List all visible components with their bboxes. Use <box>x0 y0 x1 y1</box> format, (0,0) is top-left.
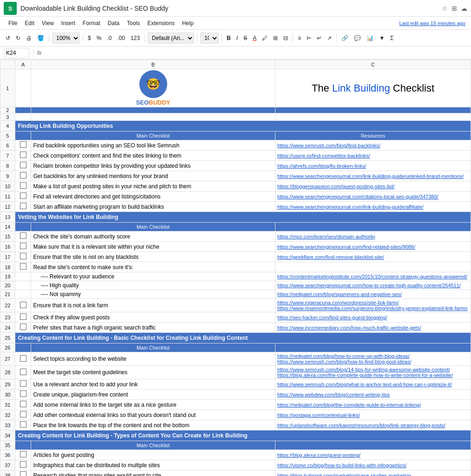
cell-a15[interactable] <box>15 231 31 242</box>
cell-b19[interactable]: ---- Relevant to your audience <box>31 272 275 281</box>
strikethrough-button[interactable]: S <box>242 34 249 42</box>
checkbox-38[interactable] <box>20 471 26 476</box>
cell-a23[interactable] <box>15 312 31 323</box>
cell-b21[interactable]: ---- Not spammy <box>31 290 275 299</box>
cell-c32[interactable]: https://postaga.com/contextual-links/ <box>275 410 471 420</box>
cell-c31[interactable]: https://neilpatel.com/blog/the-complete-… <box>275 400 471 410</box>
checkbox-22[interactable] <box>20 302 26 308</box>
link-28a[interactable]: https://www.semrush.com/blog/14-tips-for… <box>277 367 450 372</box>
currency-button[interactable]: $ <box>86 34 93 42</box>
link-8[interactable]: https://ahrefs.com/blog/fix-broken-links… <box>277 163 366 169</box>
cell-c36[interactable]: https://blog.alexa.com/guest-posting/ <box>275 450 471 460</box>
link-37[interactable]: https://visme.co/blog/how-to-build-links… <box>277 463 406 468</box>
menu-tools[interactable]: Tools <box>124 19 143 27</box>
cell-c30[interactable]: https://www.webdew.com/blog/content-writ… <box>275 390 471 400</box>
cell-b10[interactable]: Make a list of guest posting sites in yo… <box>31 181 275 192</box>
cell-a16[interactable] <box>15 242 31 252</box>
cell-a21[interactable] <box>15 290 31 299</box>
cell-a3[interactable] <box>15 113 31 121</box>
cell-a18[interactable] <box>15 262 31 272</box>
checkbox-29[interactable] <box>20 380 26 387</box>
font-select[interactable]: Default (Ari... <box>148 33 194 44</box>
link-32[interactable]: https://postaga.com/contextual-links/ <box>277 412 360 418</box>
link-button[interactable]: 🔗 <box>340 34 350 42</box>
cell-b1[interactable]: 🤓 SEOBUDDY <box>31 69 275 107</box>
link-24[interactable]: https://www.incomemediary.com/how-much-t… <box>277 325 421 331</box>
checkbox-8[interactable] <box>20 162 26 168</box>
checkbox-12[interactable] <box>20 203 26 209</box>
cell-c10[interactable]: https://bloggerspassion.com/guest-postin… <box>275 181 471 192</box>
cell-b27[interactable]: Select topics according to the website <box>31 352 275 366</box>
link-12[interactable]: https://www.searchenginejournal.com/link… <box>277 204 424 210</box>
checkbox-7[interactable] <box>20 152 26 158</box>
comment-button[interactable]: 💬 <box>352 34 363 42</box>
cell-b11[interactable]: Find all relevant directories and get li… <box>31 192 275 202</box>
cell-c9[interactable]: https://www.searchenginejournal.com/link… <box>275 171 471 181</box>
checkbox-16[interactable] <box>20 243 26 249</box>
link-36[interactable]: https://blog.alexa.com/guest-posting/ <box>277 452 360 458</box>
cell-c7[interactable]: https://userp.io/find-competitor-backlin… <box>275 151 471 161</box>
cell-b32[interactable]: Add other contextual external links so t… <box>31 410 275 420</box>
cell-a38[interactable] <box>15 470 31 476</box>
cell-b38[interactable]: Research studies that many sites would w… <box>31 470 275 476</box>
link-21[interactable]: https://neilpatel.com/blog/spammers-and-… <box>277 291 402 297</box>
filter-button[interactable]: ▼ <box>377 34 386 42</box>
checkbox-33[interactable] <box>20 421 26 428</box>
menu-extensions[interactable]: Extensions <box>144 19 177 27</box>
col-header-c[interactable]: C <box>275 60 471 69</box>
chart-button[interactable]: 📊 <box>365 34 375 42</box>
cell-c23[interactable]: https://seo-hacker.com/find-sites-guest-… <box>275 312 471 323</box>
cell-c16[interactable]: https://www.searchenginejournal.com/find… <box>275 242 471 252</box>
cell-reference[interactable]: K24 <box>4 48 29 58</box>
cell-a37[interactable] <box>15 460 31 470</box>
grid-icon[interactable]: ⊞ <box>451 5 457 12</box>
link-16[interactable]: https://www.searchenginejournal.com/find… <box>277 244 415 250</box>
link-11[interactable]: https://www.searchenginejournal.com/cita… <box>277 194 438 199</box>
cell-b37[interactable]: Infographics that can be distributed to … <box>31 460 275 470</box>
undo-button[interactable]: ↺ <box>4 34 12 42</box>
star-icon[interactable]: ☆ <box>442 5 448 12</box>
menu-help[interactable]: Help <box>179 19 196 27</box>
rotate-button[interactable]: ↗ <box>325 34 334 42</box>
checkbox-31[interactable] <box>20 401 26 407</box>
cell-a6[interactable] <box>15 140 31 151</box>
checkbox-6[interactable] <box>20 141 26 148</box>
link-15[interactable]: https://moz.com/learn/seo/domain-authori… <box>277 234 375 239</box>
cell-a17[interactable] <box>15 252 31 262</box>
cell-c18[interactable] <box>275 262 471 272</box>
checkbox-28[interactable] <box>20 369 26 375</box>
cell-b20[interactable]: ---- High quality <box>31 281 275 290</box>
cell-c33[interactable]: https://uplandsoftware.com/kapost/resour… <box>275 420 471 430</box>
link-33[interactable]: https://uplandsoftware.com/kapost/resour… <box>277 423 445 428</box>
cell-a32[interactable] <box>15 410 31 420</box>
menu-view[interactable]: View <box>39 19 57 27</box>
align-button[interactable]: ≡ <box>296 34 303 42</box>
link-22b[interactable]: https://www.rosemontmedia.com/surgeons-b… <box>277 305 468 311</box>
format-number[interactable]: 123 <box>129 34 142 42</box>
checkbox-18[interactable] <box>20 263 26 270</box>
cell-c22[interactable]: https://www.rogeracuna.com/wordpress/sit… <box>275 299 471 312</box>
link-10[interactable]: https://bloggerspassion.com/guest-postin… <box>277 184 395 189</box>
cell-b16[interactable]: Make sure that it is a relevant site wit… <box>31 242 275 252</box>
cell-c19[interactable]: https://contentmarketinginstitute.com/20… <box>275 272 471 281</box>
cell-a1[interactable] <box>15 69 31 107</box>
cell-a31[interactable] <box>15 400 31 410</box>
checkbox-24[interactable] <box>20 324 26 330</box>
cell-c38[interactable]: https://blog.hubspot.com/marketing/case-… <box>275 470 471 476</box>
cell-a7[interactable] <box>15 151 31 161</box>
cell-c27[interactable]: https://neilpatel.com/blog/how-to-come-u… <box>275 352 471 366</box>
link-17[interactable]: https://geekflare.com/find-remove-blackl… <box>277 254 384 260</box>
cell-c12[interactable]: https://www.searchenginejournal.com/link… <box>275 202 471 212</box>
link-23[interactable]: https://seo-hacker.com/find-sites-guest-… <box>277 315 387 320</box>
link-27b[interactable]: https://www.semrush.com/blog/how-to-find… <box>277 359 412 364</box>
checkbox-30[interactable] <box>20 390 26 397</box>
cell-c17[interactable]: https://geekflare.com/find-remove-blackl… <box>275 252 471 262</box>
cell-b15[interactable]: Check the site's domain authority score <box>31 231 275 242</box>
cell-b12[interactable]: Start an affiliate marketing program to … <box>31 202 275 212</box>
link-30[interactable]: https://www.webdew.com/blog/content-writ… <box>277 392 390 397</box>
redo-button[interactable]: ↻ <box>14 34 22 42</box>
link-22a[interactable]: https://www.rogeracuna.com/wordpress/sit… <box>277 300 399 305</box>
cell-c15[interactable]: https://moz.com/learn/seo/domain-authori… <box>275 231 471 242</box>
cell-a9[interactable] <box>15 171 31 181</box>
wrap-button[interactable]: ↵ <box>315 34 323 42</box>
